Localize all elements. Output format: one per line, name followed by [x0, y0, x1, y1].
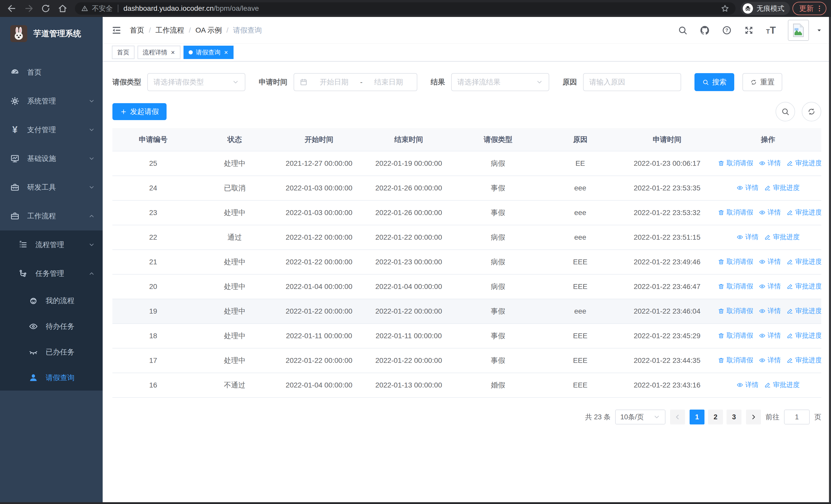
cell-leave-type: 病假 [455, 225, 541, 250]
cell-id: 17 [112, 348, 194, 373]
reset-button[interactable]: 重置 [742, 73, 782, 91]
sidebar-toggle-icon[interactable] [111, 25, 122, 35]
browser-forward-icon[interactable] [24, 3, 34, 13]
approval-progress-link[interactable]: 审批进度 [764, 233, 800, 241]
window-edge [829, 17, 831, 504]
cell-start-time: 2022-01-04 00:00:00 [276, 373, 363, 397]
github-icon[interactable] [699, 25, 710, 35]
detail-link[interactable]: 详情 [759, 208, 781, 217]
sidebar-item[interactable]: 系统管理 [0, 87, 103, 116]
approval-progress-link[interactable]: 审批进度 [786, 158, 821, 168]
search-icon[interactable] [678, 25, 688, 35]
result-select[interactable]: 请选择流结果 [451, 73, 549, 91]
detail-link[interactable]: 详情 [737, 380, 758, 389]
approval-progress-link[interactable]: 审批进度 [786, 257, 821, 266]
cancel-leave-link[interactable]: 取消请假 [718, 356, 753, 365]
avatar[interactable] [788, 20, 809, 41]
detail-link[interactable]: 详情 [759, 257, 781, 266]
cancel-leave-link[interactable]: 取消请假 [718, 331, 753, 340]
browser-home-icon[interactable] [57, 3, 68, 13]
create-leave-button[interactable]: 发起请假 [112, 103, 167, 120]
view-icon [759, 209, 766, 216]
cancel-leave-link[interactable]: 取消请假 [718, 158, 753, 168]
start-date-input[interactable]: 开始日期 [312, 77, 356, 87]
breadcrumb-item[interactable]: 工作流程 [155, 25, 184, 35]
detail-link[interactable]: 详情 [759, 356, 781, 365]
cancel-leave-link[interactable]: 取消请假 [718, 306, 753, 316]
approval-progress-link[interactable]: 审批进度 [786, 331, 821, 340]
page-button-2[interactable]: 2 [708, 410, 723, 424]
sidebar-item[interactable]: 请假查询 [0, 365, 103, 391]
cell-actions: 详情审批进度 [715, 176, 821, 200]
app-logo[interactable]: 芋道管理系统 [0, 17, 103, 50]
refresh-table-button[interactable] [802, 102, 821, 121]
cell-leave-type: 事假 [455, 176, 541, 200]
detail-link[interactable]: 详情 [759, 306, 781, 316]
apply-time-range-picker[interactable]: 开始日期 - 结束日期 [294, 73, 417, 91]
sidebar-item[interactable]: 工作流程 [0, 202, 103, 231]
address-bar[interactable]: 不安全 dashboard.yudao.iocoder.cn/bpm/oa/le… [75, 2, 736, 14]
search-button[interactable]: 搜索 [694, 73, 734, 91]
sidebar-item[interactable]: 研发工具 [0, 173, 103, 202]
view-icon [759, 332, 766, 339]
cancel-leave-link[interactable]: 取消请假 [718, 282, 753, 291]
view-tab[interactable]: 请假查询× [183, 46, 233, 59]
approval-progress-link[interactable]: 审批进度 [764, 380, 800, 389]
page-size-select[interactable]: 10条/页 [615, 410, 665, 424]
detail-link[interactable]: 详情 [759, 158, 781, 168]
close-icon[interactable]: × [170, 49, 175, 56]
sidebar-item[interactable]: 待办任务 [0, 314, 103, 339]
reason-input[interactable] [583, 73, 681, 91]
list-icon [19, 240, 28, 249]
breadcrumb-item[interactable]: 首页 [130, 25, 144, 35]
sidebar-item[interactable]: ¥支付管理 [0, 116, 103, 144]
update-button[interactable]: 更新 [793, 2, 826, 15]
browser-back-icon[interactable] [7, 3, 17, 13]
close-icon[interactable]: × [224, 49, 228, 56]
end-date-input[interactable]: 结束日期 [366, 77, 411, 87]
help-icon[interactable]: ? [722, 25, 732, 35]
cell-status: 已取消 [194, 176, 276, 200]
cancel-leave-link[interactable]: 取消请假 [718, 257, 753, 266]
sidebar-item[interactable]: 我的流程 [0, 288, 103, 314]
page-button-3[interactable]: 3 [726, 410, 741, 424]
approval-progress-link[interactable]: 审批进度 [786, 282, 821, 291]
cell-apply-time: 2022-01-23 00:06:17 [619, 151, 715, 176]
table-toolbar: 发起请假 [112, 102, 821, 121]
sidebar-item[interactable]: 基础设施 [0, 144, 103, 173]
chevron-down-icon [88, 98, 95, 105]
approval-progress-link[interactable]: 审批进度 [786, 356, 821, 365]
detail-link[interactable]: 详情 [737, 183, 758, 192]
view-tab[interactable]: 流程详情× [138, 46, 180, 59]
detail-link[interactable]: 详情 [759, 282, 781, 291]
detail-link[interactable]: 详情 [759, 331, 781, 340]
breadcrumb-item[interactable]: OA 示例 [196, 25, 222, 35]
user-menu-caret-icon[interactable] [816, 27, 822, 33]
page-button-1[interactable]: 1 [690, 410, 705, 424]
browser-reload-icon[interactable] [40, 3, 51, 13]
sidebar-item[interactable]: 任务管理 [0, 259, 103, 288]
fullscreen-icon[interactable] [744, 25, 754, 35]
leave-type-select[interactable]: 请选择请假类型 [147, 73, 245, 91]
browser-menu-icon[interactable] [815, 5, 823, 12]
next-page-button[interactable] [746, 410, 761, 424]
sidebar-item[interactable]: 流程管理 [0, 231, 103, 259]
goto-page-input[interactable] [784, 410, 810, 424]
bookmark-star-icon[interactable] [721, 4, 729, 13]
column-header: 申请时间 [619, 128, 715, 151]
cancel-leave-link[interactable]: 取消请假 [718, 208, 753, 217]
view-tab[interactable]: 首页 [112, 46, 135, 59]
sidebar-item[interactable]: 首页 [0, 58, 103, 87]
prev-page-button[interactable] [670, 410, 685, 424]
font-size-icon[interactable]: TT [766, 25, 776, 35]
flow-icon [19, 269, 28, 278]
cell-status: 处理中 [194, 250, 276, 274]
approval-progress-link[interactable]: 审批进度 [786, 208, 821, 217]
cell-actions: 取消请假详情审批进度 [715, 274, 821, 299]
sidebar-item[interactable]: 已办任务 [0, 339, 103, 365]
cell-status: 处理中 [194, 299, 276, 324]
toggle-search-button[interactable] [776, 102, 795, 121]
detail-link[interactable]: 详情 [737, 233, 758, 241]
approval-progress-link[interactable]: 审批进度 [786, 306, 821, 316]
approval-progress-link[interactable]: 审批进度 [764, 183, 800, 192]
